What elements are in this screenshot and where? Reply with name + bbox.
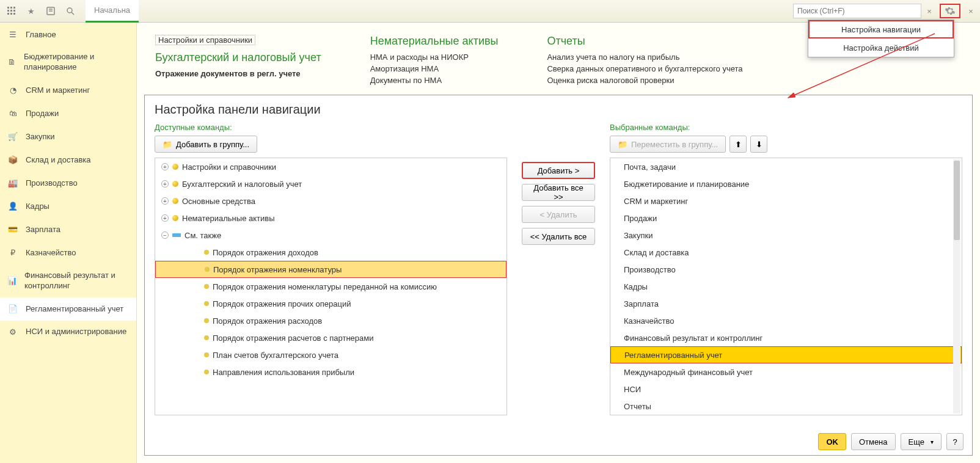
move-down-button[interactable]: ⬇ (750, 136, 767, 153)
expand-icon[interactable]: + (161, 197, 169, 205)
move-up-button[interactable]: ⬆ (730, 136, 747, 153)
sidebar-item-regulated[interactable]: 📄Регламентированный учет (0, 297, 136, 321)
list-item[interactable]: Закупки (610, 227, 962, 244)
list-item[interactable]: Отчеты (610, 398, 962, 415)
list-label: Отчеты (624, 402, 651, 411)
tree-item-selected[interactable]: Порядок отражения номенклатуры (155, 261, 506, 278)
selected-commands-list[interactable]: Почта, задачи Бюджетирование и планирова… (610, 158, 962, 415)
dialog-footer: OK Отмена Еще ? (818, 433, 964, 450)
folder-plus-icon: 📁 (163, 140, 172, 149)
link-nma-niokr[interactable]: НМА и расходы на НИОКР (370, 53, 499, 62)
move-to-group-button[interactable]: 📁Переместить в группу... (610, 136, 726, 153)
settings-gear-button[interactable] (940, 4, 960, 18)
list-item[interactable]: Финансовый результат и контроллинг (610, 329, 962, 346)
help-button[interactable]: ? (946, 433, 964, 450)
bullet-icon (204, 284, 209, 289)
tree-item[interactable]: План счетов бухгалтерского учета (155, 346, 506, 363)
sidebar-item-salary[interactable]: 💳Зарплата (0, 218, 136, 241)
history-icon[interactable] (43, 3, 59, 19)
link-docs-nma[interactable]: Документы по НМА (370, 76, 499, 85)
clear-search-icon[interactable]: × (924, 5, 935, 16)
navigation-settings-dialog: Настройка панели навигации Доступные ком… (144, 95, 973, 456)
list-item[interactable]: Производство (610, 261, 962, 278)
sidebar-item-crm[interactable]: ◔CRM и маркетинг (0, 79, 136, 102)
menu-item-action-settings[interactable]: Настройка действий (808, 38, 954, 57)
list-item[interactable]: Склад и доставка (610, 244, 962, 261)
person-icon: 👤 (7, 201, 18, 212)
more-label: Еще (909, 437, 924, 447)
apps-icon[interactable] (4, 3, 20, 19)
list-item[interactable]: Международный финансовый учет (610, 363, 962, 381)
expand-icon[interactable]: + (161, 214, 169, 222)
tree-item[interactable]: Порядок отражения номенклатуры переданно… (155, 278, 506, 295)
cancel-button[interactable]: Отмена (851, 433, 896, 450)
section-title-accounting: Бухгалтерский и налоговый учет (155, 51, 321, 64)
expand-icon[interactable]: + (161, 163, 169, 170)
list-item[interactable]: Почта, задачи (610, 158, 962, 175)
star-icon[interactable]: ★ (23, 3, 39, 19)
scrollbar-thumb[interactable] (954, 161, 960, 240)
list-label: CRM и маркетинг (624, 197, 688, 206)
svg-rect-3 (7, 10, 9, 12)
tree-item[interactable]: +Бухгалтерский и налоговый учет (155, 175, 506, 192)
list-item[interactable]: Казначейство (610, 312, 962, 329)
link-risk-assessment[interactable]: Оценка риска налоговой проверки (547, 76, 742, 85)
list-label: Закупки (624, 231, 653, 240)
tree-item[interactable]: Порядок отражения расходов (155, 312, 506, 329)
sidebar-item-main[interactable]: ☰Главное (0, 23, 136, 46)
ok-button[interactable]: OK (818, 433, 846, 450)
tree-item[interactable]: Порядок отражения прочих операций (155, 295, 506, 312)
sidebar-item-finresult[interactable]: 📊Финансовый результат и контроллинг (0, 264, 136, 297)
dialog-title: Настройка панели навигации (155, 103, 962, 117)
sidebar-item-admin[interactable]: ⚙НСИ и администрирование (0, 321, 136, 344)
tree-item[interactable]: +Основные средства (155, 192, 506, 210)
add-to-group-button[interactable]: 📁Добавить в группу... (155, 136, 257, 153)
link-tax-analysis[interactable]: Анализ учета по налогу на прибыль (547, 53, 742, 62)
remove-all-button[interactable]: << Удалить все (522, 228, 595, 245)
sidebar-item-purchases[interactable]: 🛒Закупки (0, 125, 136, 148)
remove-button[interactable]: < Удалить (522, 206, 595, 223)
link-data-reconcile[interactable]: Сверка данных оперативного и бухгалтерск… (547, 64, 742, 73)
sidebar-item-production[interactable]: 🏭Производство (0, 172, 136, 195)
list-item[interactable]: Продажи (610, 210, 962, 227)
bullet-icon (204, 370, 209, 374)
list-item-selected[interactable]: Регламентированный учет (610, 346, 962, 363)
tree-item[interactable]: +Нематериальные активы (155, 210, 506, 227)
settings-link[interactable]: Настройки и справочники (155, 35, 255, 45)
link-amort-nma[interactable]: Амортизация НМА (370, 64, 499, 73)
add-all-button[interactable]: Добавить все >> (522, 184, 595, 201)
link-reflection-docs[interactable]: Отражение документов в регл. учете (155, 69, 321, 78)
list-item[interactable]: НСИ (610, 381, 962, 398)
sidebar-item-sales[interactable]: 🛍Продажи (0, 102, 136, 125)
tree-item[interactable]: Порядок отражения доходов (155, 244, 506, 261)
sidebar-item-warehouse[interactable]: 📦Склад и доставка (0, 148, 136, 172)
list-item[interactable]: Зарплата (610, 295, 962, 312)
tree-item[interactable]: Порядок отражения расчетов с партнерами (155, 329, 506, 346)
list-label: Бюджетирование и планирование (624, 180, 749, 189)
remove-button-label: < Удалить (540, 210, 577, 219)
list-item[interactable]: CRM и маркетинг (610, 192, 962, 210)
sidebar-label: Зарплата (26, 225, 60, 234)
add-button-label: Добавить > (538, 166, 580, 175)
collapse-icon[interactable]: − (161, 232, 169, 239)
menu-item-nav-settings[interactable]: Настройка навигации (808, 20, 954, 38)
tree-item[interactable]: +Настройки и справочники (155, 158, 506, 175)
available-commands-panel: Доступные команды: 📁Добавить в группу...… (155, 123, 507, 415)
tree-item[interactable]: −См. также (155, 227, 506, 244)
available-commands-tree[interactable]: +Настройки и справочники +Бухгалтерский … (155, 158, 507, 415)
expand-icon[interactable]: + (161, 180, 169, 188)
list-item[interactable]: Кадры (610, 278, 962, 295)
add-button[interactable]: Добавить > (522, 162, 595, 179)
sidebar-item-budgeting[interactable]: 🗎Бюджетирование и планирование (0, 46, 136, 79)
more-button[interactable]: Еще (901, 433, 942, 450)
scrollbar[interactable] (953, 159, 960, 414)
sidebar-item-hr[interactable]: 👤Кадры (0, 195, 136, 218)
svg-rect-7 (10, 13, 12, 15)
list-item[interactable]: Бюджетирование и планирование (610, 175, 962, 192)
tab-home[interactable]: Начальна (86, 0, 139, 23)
search-icon[interactable] (62, 3, 78, 19)
sidebar-item-treasury[interactable]: ₽Казначейство (0, 241, 136, 264)
tree-item[interactable]: Направления использования прибыли (155, 363, 506, 381)
close-panel-icon[interactable]: × (965, 5, 976, 16)
global-search-input[interactable] (793, 4, 921, 18)
